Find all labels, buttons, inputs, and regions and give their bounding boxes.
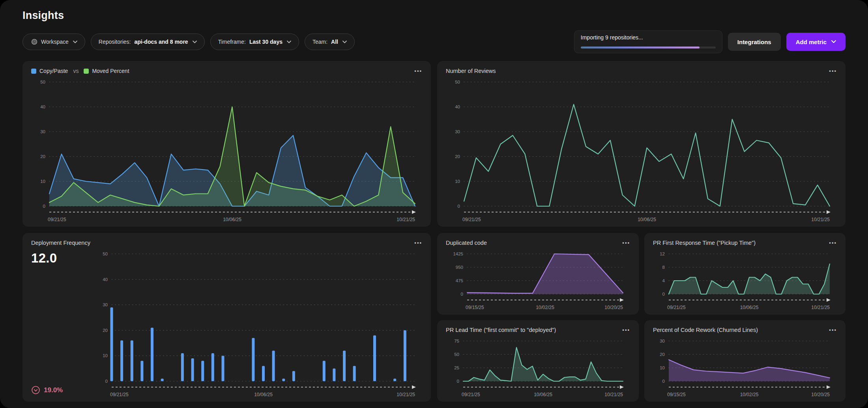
svg-text:10: 10 bbox=[660, 365, 665, 370]
timeframe-filter[interactable]: Timeframe: Last 30 days bbox=[210, 34, 299, 50]
number-of-reviews-chart: 5040302010009/21/2510/06/2510/21/25 bbox=[446, 78, 837, 221]
import-progress-card[interactable]: Importing 9 repositories... bbox=[574, 30, 722, 53]
card-menu-button[interactable]: ••• bbox=[825, 327, 837, 333]
svg-text:40: 40 bbox=[103, 277, 108, 282]
deployment-frequency-summary: 12.0 19.0% bbox=[31, 250, 94, 396]
workspace-filter[interactable]: Workspace bbox=[22, 34, 85, 50]
card-header: Number of Reviews ••• bbox=[446, 68, 837, 78]
svg-text:10/21/25: 10/21/25 bbox=[811, 217, 830, 221]
svg-text:40: 40 bbox=[455, 104, 460, 109]
dashboard-row-2: Deployment Frequency ••• 12.0 bbox=[22, 233, 846, 402]
card-header: Percent of Code Rework (Churned Lines) •… bbox=[653, 327, 837, 337]
timeframe-label: Timeframe: bbox=[218, 39, 246, 45]
pr-first-response-time-chart: 1284009/21/2510/06/2510/21/25 bbox=[653, 250, 837, 309]
card-header: Copy/Paste vs Moved Percent ••• bbox=[31, 68, 422, 78]
svg-text:50: 50 bbox=[40, 80, 45, 84]
card-menu-button[interactable]: ••• bbox=[618, 240, 630, 246]
deployment-frequency-chart: 5040302010009/21/2510/06/2510/21/25 bbox=[94, 250, 422, 396]
svg-text:10: 10 bbox=[40, 179, 45, 184]
svg-text:0: 0 bbox=[43, 204, 45, 209]
svg-text:09/15/25: 09/15/25 bbox=[466, 305, 484, 309]
card-header: PR First Response Time ("Pickup Time") •… bbox=[653, 240, 837, 250]
copy-paste-vs-moved-card: Copy/Paste vs Moved Percent ••• 50403020… bbox=[22, 61, 431, 227]
svg-text:50: 50 bbox=[103, 252, 108, 256]
percent-code-rework-card: Percent of Code Rework (Churned Lines) •… bbox=[644, 320, 846, 402]
timeframe-value: Last 30 days bbox=[249, 39, 282, 45]
workspace-icon bbox=[31, 39, 37, 45]
page-title: Insights bbox=[22, 9, 846, 22]
card-title: PR First Response Time ("Pickup Time") bbox=[653, 240, 756, 246]
trend-badge-value: 19.0% bbox=[44, 386, 63, 394]
duplicated-code-card: Duplicated code ••• 1425950475009/15/251… bbox=[437, 233, 639, 315]
deployment-frequency-value: 12.0 bbox=[31, 251, 94, 266]
insights-dashboard: Insights Workspace Repositories: ap bbox=[0, 0, 868, 408]
card-menu-button[interactable]: ••• bbox=[410, 68, 422, 74]
svg-text:0: 0 bbox=[662, 379, 665, 384]
svg-text:1425: 1425 bbox=[453, 252, 463, 256]
repositories-label: Repositories: bbox=[99, 39, 131, 45]
svg-text:0: 0 bbox=[457, 379, 459, 384]
card-menu-button[interactable]: ••• bbox=[618, 327, 630, 333]
team-value: All bbox=[331, 39, 338, 45]
svg-text:0: 0 bbox=[461, 292, 463, 296]
deployment-frequency-body: 12.0 19.0% 5040302010009/21/2510/06/2 bbox=[31, 250, 422, 396]
card-menu-button[interactable]: ••• bbox=[825, 240, 837, 246]
svg-text:20: 20 bbox=[40, 154, 45, 159]
chevron-down-icon bbox=[193, 41, 197, 43]
integrations-button[interactable]: Integrations bbox=[728, 33, 781, 51]
small-charts-grid: Duplicated code ••• 1425950475009/15/251… bbox=[437, 233, 846, 402]
card-title: Deployment Frequency bbox=[31, 240, 90, 246]
svg-text:10/20/25: 10/20/25 bbox=[811, 392, 830, 396]
number-of-reviews-card: Number of Reviews ••• 5040302010009/21/2… bbox=[437, 61, 846, 227]
svg-text:30: 30 bbox=[103, 302, 108, 307]
svg-text:50: 50 bbox=[455, 80, 460, 84]
svg-text:40: 40 bbox=[40, 104, 45, 109]
svg-text:10/06/25: 10/06/25 bbox=[638, 217, 656, 221]
team-label: Team: bbox=[312, 39, 327, 45]
team-filter[interactable]: Team: All bbox=[305, 34, 355, 50]
svg-text:0: 0 bbox=[458, 204, 460, 209]
svg-text:10/21/25: 10/21/25 bbox=[397, 392, 415, 396]
svg-text:4: 4 bbox=[662, 278, 665, 283]
svg-text:20: 20 bbox=[103, 328, 108, 333]
svg-text:10/20/25: 10/20/25 bbox=[604, 305, 623, 309]
card-title: Number of Reviews bbox=[446, 68, 496, 74]
svg-text:8: 8 bbox=[662, 265, 665, 270]
card-menu-button[interactable]: ••• bbox=[410, 240, 422, 246]
svg-text:10/02/25: 10/02/25 bbox=[740, 392, 759, 396]
filter-toolbar: Workspace Repositories: api-docs and 8 m… bbox=[0, 30, 868, 53]
card-header: Duplicated code ••• bbox=[446, 240, 630, 250]
filter-pills: Workspace Repositories: api-docs and 8 m… bbox=[22, 34, 569, 50]
svg-text:950: 950 bbox=[456, 265, 463, 270]
pr-lead-time-chart: 755025009/21/2510/06/2510/21/25 bbox=[446, 337, 630, 396]
import-status-text: Importing 9 repositories... bbox=[581, 34, 716, 41]
svg-text:09/15/25: 09/15/25 bbox=[667, 392, 686, 396]
svg-text:10/06/25: 10/06/25 bbox=[534, 392, 552, 396]
arrow-down-circle-icon bbox=[31, 386, 40, 395]
svg-text:20: 20 bbox=[660, 352, 665, 357]
svg-text:09/21/25: 09/21/25 bbox=[462, 217, 481, 221]
chart-legend: Copy/Paste vs Moved Percent bbox=[31, 68, 129, 74]
add-metric-button[interactable]: Add metric bbox=[786, 33, 846, 51]
deployment-frequency-card: Deployment Frequency ••• 12.0 bbox=[22, 233, 431, 402]
import-progress-fill bbox=[581, 47, 700, 48]
svg-text:10/21/25: 10/21/25 bbox=[811, 305, 830, 309]
trend-badge: 19.0% bbox=[31, 386, 94, 395]
svg-text:50: 50 bbox=[454, 352, 459, 357]
card-header: PR Lead Time ("first commit" to "deploye… bbox=[446, 327, 630, 337]
top-bar: Insights bbox=[0, 0, 868, 22]
svg-text:75: 75 bbox=[454, 339, 459, 343]
chevron-down-icon bbox=[831, 40, 836, 43]
chevron-down-icon bbox=[73, 41, 77, 43]
chevron-down-icon bbox=[342, 41, 347, 43]
svg-text:10/21/25: 10/21/25 bbox=[604, 392, 623, 396]
legend-swatch-blue bbox=[31, 69, 36, 74]
svg-text:10/06/25: 10/06/25 bbox=[254, 392, 273, 396]
repositories-filter[interactable]: Repositories: api-docs and 8 more bbox=[91, 34, 205, 50]
svg-text:10/06/25: 10/06/25 bbox=[740, 305, 759, 309]
card-header: Deployment Frequency ••• bbox=[31, 240, 422, 250]
card-title: Duplicated code bbox=[446, 240, 487, 246]
import-progress-bar bbox=[581, 47, 716, 48]
dashboard-row-1: Copy/Paste vs Moved Percent ••• 50403020… bbox=[22, 61, 846, 227]
card-menu-button[interactable]: ••• bbox=[825, 68, 837, 74]
